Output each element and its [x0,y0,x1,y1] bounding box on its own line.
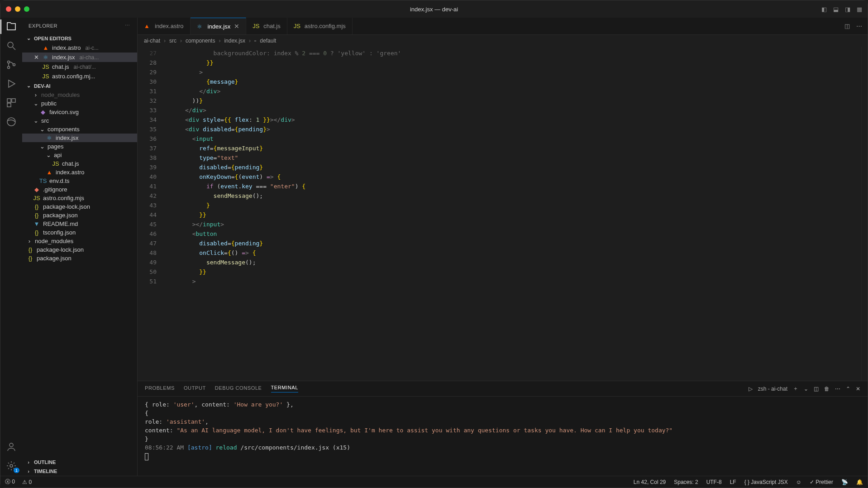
status-prettier[interactable]: ✓ Prettier [810,479,833,485]
tree-file[interactable]: ▼README.md [22,220,137,228]
open-editors-list: ▲index.astroai-c...✕⚛index.jsxai-cha...J… [22,43,137,81]
tab-terminal[interactable]: TERMINAL [271,385,298,392]
terminal-chevron-icon[interactable]: ⌄ [804,386,808,392]
open-editor-item[interactable]: JSchat.jsai-chat/... [22,62,137,72]
breadcrumb-item[interactable]: src [169,38,176,44]
status-encoding[interactable]: UTF-8 [706,479,722,485]
terminal-shell-label[interactable]: zsh - ai-chat [758,386,787,392]
split-editor-icon[interactable]: ◫ [844,23,850,29]
tree-file[interactable]: JSastro.config.mjs [22,194,137,202]
status-errors[interactable]: ⓧ 0 [5,478,15,486]
minimap[interactable] [861,47,868,381]
close-tab-icon[interactable]: ✕ [234,23,239,30]
tab-debug-console[interactable]: DEBUG CONSOLE [215,385,262,392]
tree-folder[interactable]: ›node_modules [22,237,137,245]
editor-tab[interactable]: JSchat.js [246,18,287,34]
file-name: index.astro [56,169,85,176]
tree-folder[interactable]: ›node_modules [22,91,137,99]
terminal-content[interactable]: { role: 'user', content: 'How are you?' … [138,397,868,476]
tree-file[interactable]: {}package-lock.json [22,245,137,254]
tree-file[interactable]: {}package.json [22,254,137,263]
more-terminal-icon[interactable]: ⋯ [835,386,840,392]
breadcrumb-item[interactable]: index.jsx [224,38,245,44]
chevron-icon: ⌄ [33,117,38,124]
tree-folder[interactable]: ⌄pages [22,142,137,151]
settings-gear-icon[interactable]: 1 [6,460,17,471]
tree-file[interactable]: TSenv.d.ts [22,177,137,185]
status-feedback-icon[interactable]: 📡 [841,479,848,485]
svg-point-0 [8,42,13,48]
md-file-icon: ▼ [33,220,40,227]
editor-tab[interactable]: ▲index.astro [138,18,191,34]
status-spaces[interactable]: Spaces: 2 [674,479,698,485]
kill-terminal-icon[interactable]: 🗑 [824,386,830,392]
status-language[interactable]: { } JavaScript JSX [744,479,788,485]
editor-tab[interactable]: JSastro.config.mjs [287,18,353,34]
panel-right-icon[interactable]: ◨ [845,6,850,13]
new-terminal-icon[interactable]: ＋ [793,385,798,392]
editor-body[interactable]: 2728293031323334353637383940414243444546… [138,47,868,381]
status-eol[interactable]: LF [730,479,736,485]
breadcrumb-item[interactable]: default [260,38,276,44]
panel-left-icon[interactable]: ◧ [821,6,827,13]
tree-folder[interactable]: ⌄api [22,151,137,159]
breadcrumbs[interactable]: ai-chat›src›components›index.jsx›▫ defau… [138,35,868,47]
split-terminal-icon[interactable]: ◫ [814,386,819,392]
file-name: package.json [43,212,78,219]
source-control-icon[interactable] [6,59,17,70]
close-panel-icon[interactable]: ✕ [856,386,860,392]
minimize-window-button[interactable] [15,6,20,12]
tree-folder[interactable]: ⌄components [22,125,137,134]
outline-section[interactable]: › OUTLINE [22,458,137,467]
sidebar-more-icon[interactable]: ⋯ [125,23,131,29]
explorer-icon[interactable] [6,21,17,32]
status-line-col[interactable]: Ln 42, Col 29 [634,479,666,485]
tree-folder[interactable]: ⌄src [22,116,137,125]
open-editors-section[interactable]: ⌄ OPEN EDITORS [22,33,137,43]
tree-folder[interactable]: ⌄public [22,99,137,108]
run-debug-icon[interactable] [6,78,17,89]
breadcrumb-item[interactable]: ai-chat [144,38,160,44]
tree-file[interactable]: ⚛index.jsx [22,134,137,142]
close-icon[interactable]: ✕ [33,54,39,61]
tree-file[interactable]: {}package-lock.json [22,202,137,211]
tab-problems[interactable]: PROBLEMS [145,385,175,392]
tree-file[interactable]: ◆.gitignore [22,185,137,194]
tree-file[interactable]: ▲index.astro [22,168,137,177]
tab-output[interactable]: OUTPUT [184,385,206,392]
svg-rect-6 [7,103,11,107]
tree-file[interactable]: {}tsconfig.json [22,228,137,237]
breadcrumb-item[interactable]: components [186,38,215,44]
extensions-icon[interactable] [6,97,17,108]
open-editor-item[interactable]: ▲index.astroai-c... [22,43,137,53]
status-bell-icon[interactable]: 🔔 [856,479,863,485]
file-name: chat.js [52,63,69,70]
timeline-label: TIMELINE [34,469,57,474]
project-section[interactable]: ⌄ DEV-AI [22,81,137,91]
tree-file[interactable]: {}package.json [22,211,137,220]
edge-icon[interactable] [6,116,17,127]
code-content[interactable]: backgroundColor: index % 2 === 0 ? 'yell… [164,47,861,381]
file-tree: ›node_modules⌄public◆favicon.svg⌄src⌄com… [22,91,137,458]
tree-file[interactable]: ◆favicon.svg [22,108,137,116]
accounts-icon[interactable] [6,441,17,452]
status-warnings[interactable]: ⚠ 0 [22,479,32,485]
open-editor-item[interactable]: ✕⚛index.jsxai-cha... [22,53,137,62]
chevron-right-icon: › [26,459,31,465]
close-window-button[interactable] [6,6,11,12]
js-file-icon: JS [42,63,49,70]
tab-more-icon[interactable]: ⋯ [856,23,862,29]
svg-point-2 [8,67,10,69]
editor-tab[interactable]: ⚛index.jsx✕ [191,18,247,34]
terminal-launch-icon[interactable]: ▷ [749,386,753,392]
tree-file[interactable]: JSchat.js [22,159,137,168]
timeline-section[interactable]: › TIMELINE [22,467,137,476]
panel-bottom-icon[interactable]: ⬓ [833,6,839,13]
search-icon[interactable] [6,40,17,51]
maximize-panel-icon[interactable]: ⌃ [846,386,850,392]
maximize-window-button[interactable] [24,6,29,12]
layout-icon[interactable]: ▦ [857,6,862,13]
open-editor-item[interactable]: JSastro.config.mj... [22,72,137,81]
status-copilot-icon[interactable]: ☺ [796,479,801,485]
chevron-icon: ⌄ [33,100,38,107]
